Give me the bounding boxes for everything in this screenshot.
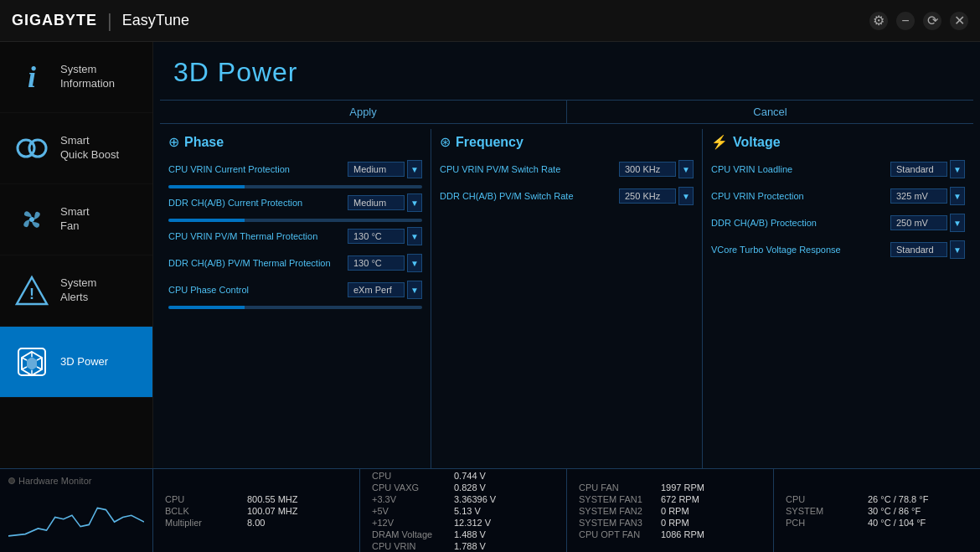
param-row: CPU VRIN PV/M Switch Rate 300 KHz ▼ (440, 158, 694, 180)
slider[interactable] (168, 185, 422, 188)
slider[interactable] (168, 306, 422, 309)
hw-fan-section: CPU FAN 1997 RPM SYSTEM FAN1 672 RPM SYS… (567, 469, 774, 552)
phase-title-text: Phase (184, 135, 224, 150)
alert-icon: ! (12, 271, 52, 311)
dropdown-btn[interactable]: ▼ (950, 240, 965, 259)
cc-icon (12, 128, 52, 168)
hw-val: 5.13 V (454, 506, 481, 516)
sidebar-item-system-alerts[interactable]: ! SystemAlerts (0, 255, 152, 327)
restore-button[interactable]: ⟳ (923, 12, 941, 30)
hw-val: 1997 RPM (661, 482, 704, 493)
param-row: VCore Turbo Voltage Response Standard ▼ (711, 239, 965, 261)
sidebar-item-3d-power[interactable]: 3D Power (0, 327, 152, 398)
hw-val: 3.36396 V (454, 494, 496, 504)
sidebar-item-smart-quick-boost[interactable]: SmartQuick Boost (0, 113, 152, 184)
hw-row: CPU 800.55 MHZ (165, 494, 348, 504)
param-value: 300 KHz (619, 162, 676, 177)
hw-key: SYSTEM FAN3 (579, 518, 654, 528)
param-label: DDR CH(A/B) PV/M Switch Rate (440, 190, 619, 202)
hw-val: 1.488 V (454, 529, 486, 539)
hw-val: 12.312 V (454, 518, 491, 528)
dropdown-btn[interactable]: ▼ (407, 254, 422, 272)
dropdown-btn[interactable]: ▼ (407, 281, 422, 299)
param-value: 250 mV (890, 215, 947, 230)
hw-row: SYSTEM FAN3 0 RPM (579, 518, 761, 528)
voltage-title-text: Voltage (733, 135, 781, 150)
param-label: CPU Phase Control (168, 284, 348, 296)
hw-row: CPU VAXG 0.828 V (372, 482, 554, 493)
hw-dot (8, 477, 15, 484)
sidebar-item-system-information[interactable]: i SystemInformation (0, 42, 152, 113)
hw-key: CPU FAN (579, 482, 654, 493)
dropdown-btn[interactable]: ▼ (407, 193, 422, 212)
param-value: Medium (348, 162, 405, 177)
main-layout: i SystemInformation SmartQuick Boost (0, 42, 980, 468)
frequency-panel-title: ⊛ Frequency (440, 134, 694, 150)
page-title: 3D Power (173, 57, 960, 88)
hw-key: +12V (372, 518, 447, 528)
param-label: CPU VRIN PV/M Thermal Protection (168, 230, 348, 242)
dropdown-btn[interactable]: ▼ (950, 214, 965, 232)
param-value-wrap: 250 mV ▼ (890, 214, 965, 232)
param-row: CPU VRIN PV/M Thermal Protection 130 °C … (168, 225, 422, 247)
param-value: eXm Perf (348, 282, 405, 297)
info-icon: i (12, 57, 52, 97)
svg-point-2 (29, 217, 34, 222)
minimize-button[interactable]: − (896, 12, 915, 30)
dropdown-btn[interactable]: ▼ (407, 160, 422, 178)
apply-button[interactable]: Apply (160, 101, 566, 123)
hw-key: Multiplier (165, 518, 240, 528)
dropdown-btn[interactable]: ▼ (950, 160, 965, 178)
dropdown-btn[interactable]: ▼ (678, 187, 694, 205)
hw-cpu-section: CPU 800.55 MHZ BCLK 100.07 MHZ Multiplie… (153, 469, 360, 552)
cancel-button[interactable]: Cancel (566, 101, 973, 123)
phase-panel: ⊕ Phase CPU VRIN Current Protection Medi… (160, 129, 431, 468)
hw-val: 30 °C / 86 °F (868, 506, 921, 516)
frequency-panel: ⊛ Frequency CPU VRIN PV/M Switch Rate 30… (431, 129, 703, 468)
hw-val: 672 RPM (661, 494, 699, 504)
sidebar-item-label: SystemInformation (60, 63, 115, 91)
dropdown-btn[interactable]: ▼ (950, 187, 965, 205)
hw-key: SYSTEM (786, 506, 861, 516)
param-label: VCore Turbo Voltage Response (711, 244, 890, 255)
param-value-wrap: 250 KHz ▼ (619, 187, 694, 205)
param-row: DDR CH(A/B) PV/M Thermal Protection 130 … (168, 252, 422, 274)
close-button[interactable]: ✕ (950, 12, 968, 30)
hw-val: 1086 RPM (661, 529, 704, 539)
svg-text:!: ! (29, 286, 34, 302)
panels-container: ⊕ Phase CPU VRIN Current Protection Medi… (153, 129, 980, 468)
hw-key: BCLK (165, 506, 240, 516)
hw-val: 0 RPM (661, 506, 689, 516)
slider[interactable] (168, 219, 422, 222)
hw-voltage-section: CPU 0.744 V CPU VAXG 0.828 V +3.3V 3.363… (360, 469, 567, 552)
hw-graph-section: Hardware Monitor (0, 469, 153, 552)
hw-row: CPU FAN 1997 RPM (579, 482, 761, 493)
param-value-wrap: 325 mV ▼ (890, 187, 965, 205)
hw-val: 0.828 V (454, 482, 486, 493)
dropdown-btn[interactable]: ▼ (678, 160, 694, 178)
param-value-wrap: eXm Perf ▼ (348, 281, 422, 299)
sidebar-item-smart-fan[interactable]: SmartFan (0, 184, 152, 255)
fan-icon (12, 199, 52, 240)
param-label: CPU VRIN Current Protection (168, 163, 348, 175)
sidebar-item-label: 3D Power (60, 355, 108, 369)
hw-row: DRAM Voltage 1.488 V (372, 529, 554, 539)
param-value-wrap: Medium ▼ (348, 160, 422, 178)
param-label: DDR CH(A/B) Proctection (711, 217, 890, 229)
hw-key: CPU VAXG (372, 482, 447, 493)
settings-button[interactable]: ⚙ (869, 12, 888, 30)
dropdown-btn[interactable]: ▼ (407, 227, 422, 245)
hw-temp-section: CPU 26 °C / 78.8 °F SYSTEM 30 °C / 86 °F… (774, 469, 980, 552)
hw-title-text: Hardware Monitor (18, 476, 91, 486)
hw-val: 100.07 MHZ (247, 506, 298, 516)
sidebar-item-label: SystemAlerts (60, 276, 96, 305)
sidebar-item-label: SmartQuick Boost (60, 134, 119, 163)
page-title-bar: 3D Power (153, 42, 980, 100)
brand-logo: GIGABYTE (12, 12, 97, 29)
param-value-wrap: Standard ▼ (890, 160, 965, 178)
titlebar: GIGABYTE | EasyTune ⚙ − ⟳ ✕ (0, 0, 980, 42)
hw-row: CPU 0.744 V (372, 471, 554, 481)
frequency-title-text: Frequency (456, 135, 524, 150)
param-value-wrap: Standard ▼ (890, 240, 965, 259)
hw-key: CPU (165, 494, 240, 504)
